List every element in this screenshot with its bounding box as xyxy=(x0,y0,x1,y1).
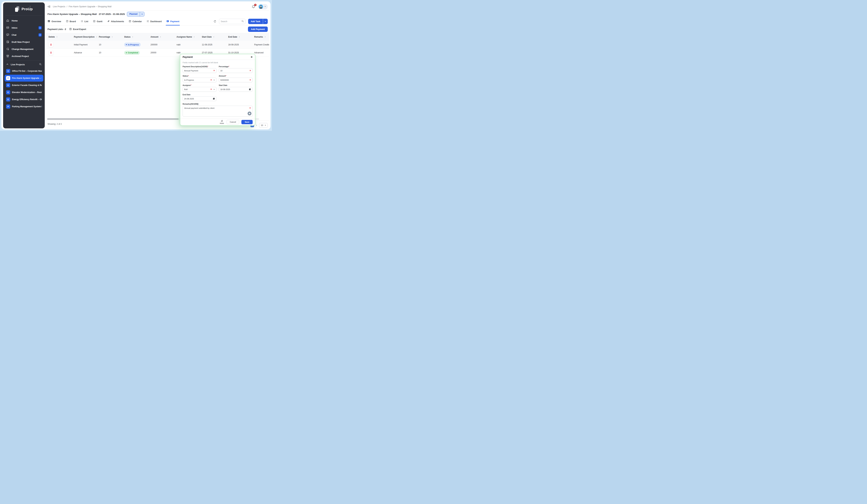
add-task-label: Add Task xyxy=(248,20,263,23)
sidebar-item-archived-project[interactable]: Archived Project xyxy=(3,53,45,60)
search-input[interactable] xyxy=(221,20,242,23)
field-status: Status* In-Progress ✕ xyxy=(183,75,216,82)
notification-bell-icon[interactable]: 0 xyxy=(251,5,255,9)
project-status-select[interactable]: Planned xyxy=(127,12,144,17)
logo-text: ProUp↑ xyxy=(21,7,33,11)
tab-dashboard[interactable]: Dashboard xyxy=(147,18,162,25)
tab-list[interactable]: List xyxy=(81,18,88,25)
sidebar-collapse-icon[interactable] xyxy=(47,5,51,8)
assignee-dropdown[interactable]: Rofi ✕ xyxy=(183,87,216,92)
save-button[interactable]: Save xyxy=(242,120,253,124)
sort-arrow-icon: ↑ xyxy=(132,36,133,38)
tab-gantt[interactable]: Gantt xyxy=(93,18,103,25)
excel-export-button[interactable]: Excel Export xyxy=(69,28,86,31)
export-icon xyxy=(69,28,72,31)
ai-assistant-icon[interactable] xyxy=(248,112,251,116)
project-item-parking-management[interactable]: P Parking Management System In... xyxy=(4,103,43,110)
chevron-down-icon[interactable] xyxy=(213,79,215,81)
project-item-office-fit-out[interactable]: O Office Fit-Out – Corporate Head... xyxy=(4,68,43,75)
clear-icon[interactable]: ✕ xyxy=(210,88,212,90)
live-projects-header[interactable]: Live Projects xyxy=(3,61,45,68)
tab-label: Payment xyxy=(170,20,179,23)
logo-mark-icon xyxy=(15,6,20,12)
chevron-down-icon[interactable] xyxy=(263,20,268,22)
remarks-textarea[interactable]: Annual payment submitted by client xyxy=(183,106,247,117)
sidebar-item-change-management[interactable]: Change Management xyxy=(3,46,45,53)
project-item-energy-efficiency[interactable]: E Energy Efficiency Retrofit – Offic... xyxy=(4,96,43,103)
sidebar-item-chat[interactable]: Chat 0 xyxy=(3,31,45,39)
breadcrumb-page: Fire Alarm System Upgrade – Shopping Mal… xyxy=(69,6,111,8)
breadcrumb-section[interactable]: Live Projects xyxy=(53,6,65,8)
clear-icon[interactable]: ✕ xyxy=(249,70,251,72)
cell-amount: 200000 xyxy=(148,41,174,49)
tab-payment[interactable]: Payment xyxy=(166,18,179,25)
list-icon xyxy=(81,20,83,23)
chevron-down-icon xyxy=(264,5,266,8)
percentage-input[interactable] xyxy=(221,70,248,72)
status-value: Planned xyxy=(127,13,140,15)
cancel-button[interactable]: Cancel xyxy=(227,120,239,124)
chevron-down-icon[interactable] xyxy=(213,89,215,90)
chat-badge: 0 xyxy=(39,33,42,36)
clear-icon[interactable]: ✕ xyxy=(249,79,251,81)
amount-input[interactable] xyxy=(221,79,248,81)
overview-icon xyxy=(47,20,50,23)
scrollbar-thumb[interactable] xyxy=(47,118,179,120)
project-avatar: E xyxy=(6,97,10,101)
project-item-exterior-facade[interactable]: E Exterior Facade Cleaning & Repa... xyxy=(4,82,43,89)
up-arrow-icon: ↑ xyxy=(30,5,31,7)
page-size-select[interactable]: 10 ▼ xyxy=(259,123,268,128)
clear-icon[interactable]: ✕ xyxy=(249,107,251,109)
col-header-end-date[interactable]: End Date↑ xyxy=(226,33,252,41)
dashboard-icon xyxy=(147,20,149,23)
cell-percentage: 10 xyxy=(96,49,122,57)
col-header-start-date[interactable]: Start Date↑ xyxy=(200,33,226,41)
refresh-icon[interactable] xyxy=(213,20,216,23)
cell-end-date: 16-08-2025 xyxy=(226,41,252,49)
search-icon[interactable] xyxy=(242,20,244,23)
user-menu[interactable] xyxy=(258,4,268,9)
payment-table-wrap: Delete↑ Payment Description↑ Percentage↑… xyxy=(46,33,269,57)
payment-modal: Payment ✕ Fields marked with (*) cannot … xyxy=(180,54,255,125)
sort-arrow-icon: ↑ xyxy=(160,36,161,38)
close-icon[interactable]: ✕ xyxy=(250,56,253,58)
payment-description-input[interactable] xyxy=(184,70,212,72)
col-header-remarks[interactable]: Remarks↑ xyxy=(252,33,269,41)
end-date-input[interactable]: 24-08-2025 xyxy=(183,96,216,101)
col-header-percentage[interactable]: Percentage↑ xyxy=(96,33,122,41)
clear-icon[interactable]: ✕ xyxy=(210,79,212,81)
status-dropdown[interactable]: In-Progress ✕ xyxy=(183,78,216,82)
field-end-date: End Date 24-08-2025 xyxy=(183,94,216,101)
status-badge: Completed xyxy=(124,51,140,55)
calendar-icon[interactable] xyxy=(213,98,215,100)
chevron-right-icon[interactable] xyxy=(256,124,257,126)
add-payment-button[interactable]: Add Payment xyxy=(248,26,268,32)
delete-button[interactable] xyxy=(49,42,53,47)
chevron-down-icon xyxy=(140,13,144,15)
tab-overview[interactable]: Overview xyxy=(47,18,61,25)
tab-board[interactable]: Board xyxy=(66,18,76,25)
add-task-button[interactable]: Add Task xyxy=(248,19,268,24)
col-header-delete[interactable]: Delete↑ xyxy=(46,33,72,41)
tab-attachments[interactable]: Attachments xyxy=(107,18,124,25)
delete-button[interactable] xyxy=(49,50,53,55)
project-item-fire-alarm-selected[interactable]: F Fire Alarm System Upgrade – Sh... xyxy=(4,75,43,81)
sort-arrow-icon: ↑ xyxy=(112,36,113,38)
search-icon[interactable] xyxy=(39,63,42,66)
sidebar-item-draft-new-project[interactable]: Draft New Project xyxy=(3,39,45,46)
reset-button[interactable]: Reset xyxy=(220,120,224,124)
tab-calendar[interactable]: Calendar xyxy=(129,18,142,25)
col-header-amount[interactable]: Amount↑ xyxy=(148,33,174,41)
col-header-assignee[interactable]: Assignee Name↑ xyxy=(174,33,200,41)
project-item-elevator-modernization[interactable]: E Elevator Modernization – Reside... xyxy=(4,89,43,96)
col-header-status[interactable]: Status↑ xyxy=(122,33,148,41)
clear-icon[interactable]: ✕ xyxy=(213,70,215,72)
sidebar-item-inbox[interactable]: Inbox 0 xyxy=(3,24,45,31)
start-date-input[interactable]: 18-08-2025 xyxy=(219,87,253,92)
sidebar-item-label: Home xyxy=(12,20,18,22)
field-label: End Date xyxy=(183,94,216,96)
sidebar-item-home[interactable]: Home xyxy=(3,17,45,24)
cell-assignee: nabi xyxy=(174,41,200,49)
col-header-description[interactable]: Payment Description↑ xyxy=(72,33,96,41)
calendar-icon[interactable] xyxy=(249,88,251,90)
